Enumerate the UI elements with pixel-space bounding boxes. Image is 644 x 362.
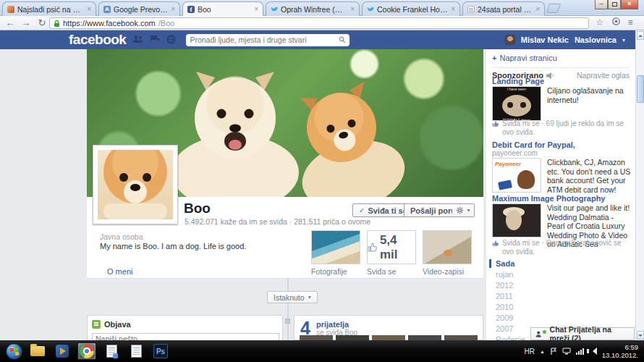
explorer-icon[interactable]	[28, 342, 47, 360]
photoshop-icon[interactable]: Ps	[151, 342, 170, 360]
ad-title-link[interactable]: Maximum Image Photography	[492, 194, 631, 203]
facebook-search[interactable]	[186, 34, 349, 46]
friend-thumbnail[interactable]	[372, 335, 405, 340]
debit-card-graphic	[498, 180, 512, 190]
status-input[interactable]	[92, 333, 279, 340]
timeline-item[interactable]: 2010	[489, 302, 627, 312]
tab-boo-active[interactable]: f Boo ×	[182, 1, 263, 16]
account-menu-caret-icon[interactable]: ▾	[622, 37, 625, 43]
signal-bars-icon[interactable]	[576, 348, 584, 355]
scroll-down-arrow[interactable]	[637, 331, 644, 340]
search-input[interactable]	[190, 35, 339, 44]
friend-requests-icon[interactable]	[132, 35, 143, 45]
timeline-item[interactable]: 2011	[489, 291, 627, 301]
chat-bar[interactable]: Chat Prijatelja na mreži (2)	[530, 327, 635, 340]
close-button[interactable]: ×	[621, 0, 638, 9]
start-button[interactable]	[6, 343, 22, 360]
videos-tile-label[interactable]: Video-zapisi	[423, 267, 464, 276]
about-link[interactable]: O meni	[107, 267, 132, 276]
volume-icon[interactable]	[589, 348, 597, 355]
home-link[interactable]: Naslovnica	[575, 35, 617, 44]
ad-image[interactable]: Payoneer	[492, 158, 541, 193]
friend-thumbnail[interactable]	[444, 335, 478, 340]
tab-google-prevoditelj[interactable]: A Google Prevoditelj ×	[98, 1, 180, 16]
likes-count: 5,4 mil	[380, 233, 415, 262]
photos-tile-label[interactable]: Fotografije	[311, 267, 347, 276]
tray-expand-arrow[interactable]: ▲	[540, 349, 545, 354]
menu-icon[interactable]: ≡	[624, 17, 637, 29]
messages-icon[interactable]	[150, 35, 160, 45]
language-indicator[interactable]: HR	[524, 348, 534, 355]
user-name-link[interactable]: Mislav Nekic	[521, 35, 569, 44]
tab-close-icon[interactable]: ×	[87, 5, 91, 13]
filter-caret-icon: ▾	[308, 294, 311, 300]
forward-button[interactable]: →	[19, 17, 33, 29]
tab-24sata-cms[interactable]: 24sata portal cms ×	[462, 1, 545, 16]
action-center-flag-icon[interactable]	[550, 348, 557, 355]
friend-thumbnail[interactable]	[336, 335, 369, 340]
ad-social-text[interactable]: Sviđa mi se · Ognjen Karabegović se ovo …	[502, 239, 631, 256]
friend-thumbnail[interactable]	[408, 335, 441, 340]
scroll-up-arrow[interactable]	[637, 31, 644, 40]
url-host: https://www.facebook.com	[63, 19, 156, 28]
likes-tile[interactable]: 5,4 mil	[367, 230, 416, 264]
user-avatar[interactable]	[505, 35, 515, 45]
tab-close-icon[interactable]: ×	[350, 5, 355, 13]
notifications-globe-icon[interactable]	[166, 35, 176, 46]
taskbar-clock[interactable]: 6:59 13.10.2012.	[602, 343, 638, 359]
notepad-icon[interactable]	[127, 342, 145, 360]
create-page-link[interactable]: + Napravi stranicu	[492, 54, 557, 62]
back-button[interactable]: ←	[3, 17, 17, 29]
timeline-now[interactable]: Sada	[489, 258, 627, 269]
ad-social-text[interactable]: Sviđa mi se · 69 ljudi je reklo da im se…	[502, 119, 631, 137]
ad-title-link[interactable]: Landing Page	[492, 77, 631, 85]
ad-image[interactable]: I have seen TERRIBLE things	[492, 86, 541, 121]
timeline-divider-line	[287, 279, 289, 340]
minimize-button[interactable]: –	[595, 0, 608, 9]
maximize-button[interactable]	[608, 0, 621, 9]
browser-scrollbar[interactable]	[635, 30, 644, 340]
post-icon	[92, 320, 101, 329]
tab-close-icon[interactable]: ×	[254, 5, 258, 13]
network-icon[interactable]	[562, 348, 571, 355]
tab-close-icon[interactable]: ×	[171, 5, 175, 13]
gear-icon	[456, 206, 464, 214]
tab-close-icon[interactable]: ×	[535, 5, 540, 13]
friends-label[interactable]: prijatelja	[300, 319, 477, 329]
tab-cookie[interactable]: Cookie Frankel Hoppy (co ×	[362, 1, 460, 16]
tab-title: Boo	[198, 5, 251, 14]
scrollbar-thumb[interactable]	[637, 75, 644, 103]
ad-title-link[interactable]: Debit Card for Paypal,	[492, 140, 631, 149]
composer-header[interactable]: Objava	[92, 320, 278, 329]
new-tab-button[interactable]	[546, 4, 561, 13]
photos-tile[interactable]	[311, 230, 360, 264]
likes-tile-label[interactable]: Sviđa se	[367, 267, 396, 276]
chrome-icon-active[interactable]	[77, 342, 96, 360]
document-app-icon[interactable]	[102, 342, 121, 360]
ad-social-line: Sviđa mi se · 69 ljudi je reklo da im se…	[492, 119, 631, 137]
timeline-item[interactable]: rujan	[489, 269, 627, 279]
bookmark-star-icon[interactable]: ☆	[593, 17, 606, 29]
thumbs-up-icon[interactable]	[492, 240, 499, 247]
create-page-label: Napravi stranicu	[499, 54, 556, 62]
media-player-icon[interactable]	[53, 342, 72, 360]
thumbs-up-icon[interactable]	[492, 120, 499, 127]
highlights-filter-dropdown[interactable]: Istaknuto ▾	[267, 291, 318, 303]
facebook-logo[interactable]: facebook	[69, 32, 126, 48]
search-icon[interactable]	[339, 36, 346, 43]
settings-gear-button[interactable]: ▾	[452, 203, 475, 217]
friend-thumbnail[interactable]	[300, 335, 333, 340]
tab-najsladi[interactable]: Najslađi psić na svijetu im ×	[2, 1, 96, 16]
tab-oprah[interactable]: Oprah Winfree (OprahThe ×	[266, 1, 360, 16]
page-viewport: facebook Mislav Nekic Naslovnica ▾	[0, 30, 644, 340]
clock-time: 6:59	[602, 343, 638, 351]
timeline-item[interactable]: 2009	[489, 313, 627, 323]
videos-tile[interactable]	[423, 230, 472, 264]
ad-image[interactable]	[492, 203, 541, 237]
address-bar[interactable]: https://www.facebook.com/Boo	[49, 17, 589, 29]
reload-button[interactable]: ↻	[35, 17, 49, 29]
tab-close-icon[interactable]: ×	[451, 5, 455, 13]
extension-eye-icon[interactable]	[609, 17, 622, 29]
profile-picture[interactable]	[93, 145, 178, 224]
timeline-item[interactable]: 2012	[489, 280, 627, 290]
